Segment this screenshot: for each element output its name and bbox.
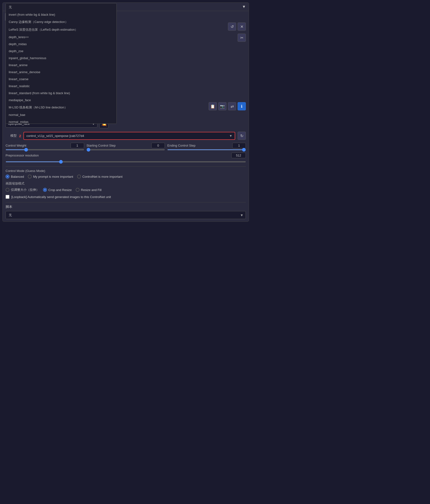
copy-icon: 📋 [210,104,215,109]
model-row: 模型 2 control_v11p_sd15_openpose [cab727d… [6,132,246,140]
collapse-btn[interactable]: ▼ [242,5,246,9]
radio-balanced-dot [6,175,9,179]
model-label: 模型 [10,134,17,138]
radio-resize-fill[interactable]: Resize and Fill [76,188,102,192]
dropdown-item-mediapipe[interactable]: mediapipe_face [6,97,116,104]
control-weight-block: Control Weight [6,143,84,150]
camera-btn[interactable]: 📷 [218,102,226,110]
script-label: 脚本 [6,205,246,209]
dropdown-item-depth-zoe[interactable]: depth_zoe [6,48,116,54]
loopback-label: [Loopback] Automatically send generated … [11,195,111,199]
ending-step-label: Ending Control Step [167,144,201,147]
dropdown-item-depth-leres[interactable]: depth_leres++ [6,34,116,41]
radio-resize-stretch-dot [6,188,9,192]
radio-crop-resize-label: Crop and Resize [48,188,72,192]
dropdown-item-normal-midas[interactable]: normal_midas [6,118,116,124]
model-select-wrapper: control_v11p_sd15_openpose [cab727d4 ▼ [23,132,235,140]
content-area: 🖼 图像 ↺ ✕ ✂ [3,20,249,221]
radio-controlnet[interactable]: ControlNet is more important [77,175,122,179]
model-arrow-icon: ▼ [229,134,232,138]
dropdown-item-lineart-coarse[interactable]: lineart_coarse [6,76,116,83]
preprocessor-res-label: Preprocessor resolution [6,153,39,157]
dropdown-item-lineart-denoise[interactable]: lineart_anime_denoise [6,69,116,76]
script-select[interactable]: 无 [6,211,246,219]
preprocessor-dropdown-list[interactable]: 无 invert (from white bg & black line) Ca… [6,3,117,124]
loopback-row: [Loopback] Automatically send generated … [6,195,246,199]
close-btn[interactable]: ✕ [238,22,246,31]
radio-my-prompt[interactable]: My prompt is more important [28,175,73,179]
preprocessor-res-section: Preprocessor resolution [6,153,246,163]
radio-my-prompt-label: My prompt is more important [33,175,73,179]
dropdown-item-normal-bae[interactable]: normal_bae [6,111,116,118]
starting-step-block: Starting Control Step [86,143,165,150]
loopback-checkbox[interactable] [6,195,9,199]
control-mode-section: Control Mode (Guess Mode) Balanced My pr… [6,169,246,179]
radio-resize-stretch[interactable]: 仅调整大小（拉伸） [6,188,39,192]
swap-icon: ⇄ [231,104,234,109]
radio-balanced-label: Balanced [11,175,24,179]
radio-resize-stretch-label: 仅调整大小（拉伸） [11,188,39,192]
dropdown-item-lineart-anime[interactable]: lineart_anime [6,62,116,69]
starting-step-value[interactable] [151,143,165,148]
divider-1 [6,166,246,167]
info-btn[interactable]: ℹ [238,102,246,110]
preprocessor-res-slider[interactable] [6,161,246,162]
model-refresh-btn[interactable]: ↻ [238,132,246,140]
undo-icon: ↺ [231,24,234,29]
undo-btn[interactable]: ↺ [228,22,236,31]
radio-resize-fill-label: Resize and Fill [81,188,102,192]
resize-mode-section: 画面缩放模式 仅调整大小（拉伸） Crop and Resize Resize … [6,181,246,192]
dropdown-item-inpaint[interactable]: inpaint_global_harmonious [6,54,116,62]
camera-icon: 📷 [220,104,225,109]
radio-controlnet-label: ControlNet is more important [83,175,122,179]
ending-step-block: Ending Control Step [167,143,246,150]
starting-step-label: Starting Control Step [86,144,120,147]
dropdown-item-leres[interactable]: LeReS 深度信息估算（LeReS depth estimation） [6,26,116,34]
control-weight-slider[interactable] [6,149,84,150]
control-weight-label: Control Weight [6,144,39,147]
script-section: 脚本 无 ▼ [6,202,246,219]
radio-my-prompt-dot [28,175,32,179]
dropdown-item-mlsd[interactable]: M-LSD 线条检测（M-LSD line detection） [6,104,116,111]
preprocessor-res-value[interactable] [231,153,246,158]
model-selected-text: control_v11p_sd15_openpose [cab727d4 [26,134,84,138]
three-sliders-row: Control Weight Starting Control Step End… [6,143,246,150]
radio-crop-resize[interactable]: Crop and Resize [43,188,72,192]
radio-crop-resize-dot [43,188,47,192]
ending-step-value[interactable] [232,143,246,148]
dropdown-item-invert[interactable]: invert (from white bg & black line) [6,11,116,18]
model-red-number: 2 [19,134,21,138]
info-icon: ℹ [241,104,243,109]
ending-step-slider[interactable] [167,149,246,150]
control-mode-label: Control Mode (Guess Mode) [6,169,246,173]
swap-btn[interactable]: ⇄ [228,102,236,110]
dropdown-item-canny[interactable]: Canny 边缘检测（Canny edge detection） [6,18,116,26]
controlnet-panel: ControlNet v1.1.132 ▼ 单张图像 批量处理 🖼 图像 [2,2,249,222]
resize-mode-radio-group: 仅调整大小（拉伸） Crop and Resize Resize and Fil… [6,188,246,192]
dropdown-item-none[interactable]: 无 [6,3,116,11]
model-refresh-icon: ↻ [240,134,243,138]
scissors-btn[interactable]: ✂ [238,34,246,42]
copy-btn[interactable]: 📋 [209,102,217,110]
scissors-icon: ✂ [240,36,243,40]
model-select[interactable]: control_v11p_sd15_openpose [cab727d4 ▼ [23,132,235,140]
dropdown-item-lineart-std[interactable]: lineart_standard (from white bg & black … [6,90,116,97]
control-weight-value[interactable] [71,143,84,148]
script-select-wrapper: 无 ▼ [6,211,246,219]
dropdown-item-lineart-realistic[interactable]: lineart_realistic [6,83,116,90]
close-icon: ✕ [240,24,243,29]
starting-step-slider[interactable] [86,149,165,150]
radio-controlnet-dot [77,175,81,179]
dropdown-item-depth-midas[interactable]: depth_midas [6,41,116,48]
radio-resize-fill-dot [76,188,80,192]
control-mode-radio-group: Balanced My prompt is more important Con… [6,175,246,179]
resize-mode-label: 画面缩放模式 [6,181,246,186]
radio-balanced[interactable]: Balanced [6,175,24,179]
